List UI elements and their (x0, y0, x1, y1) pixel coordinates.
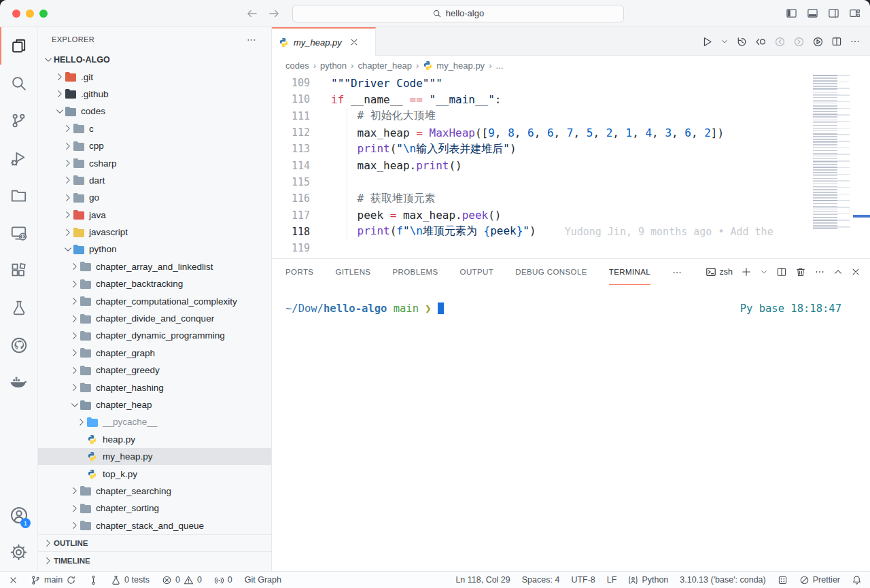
tree-item-chapter-graph[interactable]: chapter_graph (38, 345, 271, 362)
shell-selector[interactable]: zsh (706, 266, 733, 277)
tree-item-my-heap-py[interactable]: my_heap.py (38, 448, 271, 465)
tree-item-chapter-stack-and-queue[interactable]: chapter_stack_and_queue (38, 517, 271, 534)
tree-item-chapter-divide-and-conquer[interactable]: chapter_divide_and_conquer (38, 310, 271, 327)
toggle-panel-icon[interactable] (807, 7, 818, 19)
breadcrumb-item-codes[interactable]: codes (285, 60, 309, 71)
tree-item-chapter-hashing[interactable]: chapter_hashing (38, 379, 271, 396)
tree-item-chapter-dynamic-programming[interactable]: chapter_dynamic_programming (38, 327, 271, 344)
sidebar-section-timeline[interactable]: TIMELINE (38, 551, 271, 568)
code-editor[interactable]: 109"""Driver Code"""110if __name__ == "_… (272, 75, 870, 258)
tree-item-chapter-greedy[interactable]: chapter_greedy (38, 362, 271, 379)
panel-tab-terminal[interactable]: TERMINAL (609, 259, 650, 285)
status-bar-item-encoding[interactable]: UTF-8 (571, 575, 595, 585)
status-bar-item-indentation[interactable]: Spaces: 4 (522, 575, 560, 585)
tree-item-chapter-heap[interactable]: chapter_heap (38, 396, 271, 413)
code-line-115[interactable]: 115 (272, 174, 812, 190)
run-dropdown-icon[interactable] (720, 37, 729, 46)
tree-item-c[interactable]: c (38, 120, 271, 137)
activity-bar-item-folder-view[interactable] (0, 177, 37, 214)
tree-item-dart[interactable]: dart (38, 172, 271, 189)
status-bar-item-tests[interactable]: 0 tests (111, 575, 150, 585)
tree-item-chapter-backtracking[interactable]: chapter_backtracking (38, 275, 271, 292)
terminal-dropdown-icon[interactable] (760, 268, 768, 276)
code-line-111[interactable]: 111 # 初始化大顶堆 (272, 108, 812, 124)
tree-item-javascript[interactable]: javascript (38, 224, 271, 241)
status-bar-item-gitlens[interactable] (88, 575, 99, 585)
activity-bar-item-testing[interactable] (0, 289, 37, 326)
breadcrumb-item-chapter-heap[interactable]: chapter_heap (358, 60, 412, 71)
open-changes-icon[interactable] (755, 36, 767, 48)
activity-bar-item-run-debug[interactable] (0, 139, 37, 177)
panel-more-actions-icon[interactable] (814, 266, 825, 277)
tree-item-codes[interactable]: codes (38, 103, 271, 120)
tree-item-heap-py[interactable]: heap.py (38, 431, 271, 448)
tree-item-go[interactable]: go (38, 189, 271, 206)
code-line-114[interactable]: 114 max_heap.print() (272, 157, 812, 173)
tree-item--git[interactable]: .git (38, 68, 271, 85)
status-bar-item-git-graph[interactable]: Git Graph (245, 575, 281, 585)
code-line-110[interactable]: 110if __name__ == "__main__": (272, 91, 812, 107)
activity-bar-item-accounts[interactable]: 1 (0, 496, 37, 534)
minimize-window-button[interactable] (26, 10, 34, 18)
minimap[interactable] (813, 75, 854, 230)
toggle-secondary-sidebar-icon[interactable] (828, 7, 839, 19)
breadcrumb-item-python[interactable]: python (320, 60, 347, 71)
tab-my-heap[interactable]: my_heap.py (272, 27, 376, 56)
tree-item-java[interactable]: java (38, 207, 271, 224)
tree-item--github[interactable]: .github (38, 86, 271, 103)
tree-item--pycache-[interactable]: __pycache__ (38, 413, 271, 430)
command-center-search[interactable]: hello-algo (292, 5, 624, 22)
tree-item-python[interactable]: python (38, 241, 271, 258)
code-line-119[interactable]: 119 (272, 240, 812, 256)
activity-bar-item-extensions[interactable] (0, 252, 37, 289)
code-line-112[interactable]: 112 max_heap = MaxHeap([9, 8, 6, 6, 7, 5… (272, 124, 812, 141)
maximize-panel-icon[interactable] (833, 267, 843, 277)
tree-root-hello-algo[interactable]: HELLO-ALGO (38, 51, 271, 68)
status-bar-item-cursor-position[interactable]: Ln 118, Col 29 (455, 575, 510, 585)
status-bar-item-remote[interactable] (8, 575, 18, 585)
customize-layout-icon[interactable] (849, 7, 860, 19)
status-bar-item-prettier[interactable]: Prettier (799, 575, 840, 585)
close-window-button[interactable] (12, 10, 20, 18)
timeline-history-icon[interactable] (736, 36, 748, 48)
tree-item-chapter-array-and-linkedlist[interactable]: chapter_array_and_linkedlist (38, 258, 271, 275)
panel-tab-debug-console[interactable]: DEBUG CONSOLE (515, 259, 587, 285)
tree-item-chapter-searching[interactable]: chapter_searching (38, 483, 271, 500)
toggle-sidebar-icon[interactable] (786, 7, 797, 19)
panel-tab-problems[interactable]: PROBLEMS (392, 259, 438, 285)
new-terminal-icon[interactable] (741, 266, 752, 277)
panel-tab-gitlens[interactable]: GITLENS (335, 259, 370, 285)
navigate-forward-button[interactable] (268, 7, 280, 20)
code-line-118[interactable]: 118 print(f"\n堆顶元素为 {peek}")Yudong Jin, … (272, 224, 812, 240)
status-bar-item-broadcast[interactable]: 0 (214, 575, 232, 585)
run-below-icon[interactable] (812, 36, 824, 48)
status-bar-item-problems[interactable]: 00 (162, 575, 202, 585)
activity-bar-item-docker[interactable] (0, 364, 37, 401)
navigate-back-button[interactable] (246, 7, 258, 20)
panel-more-tabs-icon[interactable]: ⋯ (672, 266, 683, 277)
code-line-116[interactable]: 116 # 获取堆顶元素 (272, 190, 812, 207)
sidebar-section-outline[interactable]: OUTLINE (38, 534, 271, 551)
close-panel-icon[interactable] (851, 267, 860, 277)
activity-bar-item-explorer[interactable] (0, 27, 37, 65)
activity-bar-item-settings[interactable] (0, 534, 37, 571)
status-bar-item-branch[interactable]: main (31, 575, 76, 585)
more-actions-icon[interactable] (850, 36, 860, 47)
terminal[interactable]: ~/Dow/hello-algo main ❯ Py base 18:18:47 (272, 285, 870, 571)
breadcrumb-item-my-heap-py[interactable]: my_heap.py (423, 60, 485, 71)
run-file-button[interactable] (701, 36, 713, 48)
maximize-window-button[interactable] (39, 10, 48, 18)
code-line-117[interactable]: 117 peek = max_heap.peek() (272, 207, 812, 223)
status-bar-item-extension-status[interactable] (778, 575, 788, 585)
tree-item-csharp[interactable]: csharp (38, 154, 271, 171)
tree-item-chapter-sorting[interactable]: chapter_sorting (38, 500, 271, 517)
close-tab-icon[interactable] (349, 37, 359, 47)
activity-bar-item-remote-explorer[interactable] (0, 214, 37, 252)
code-line-109[interactable]: 109"""Driver Code""" (272, 75, 812, 91)
activity-bar-item-source-control[interactable] (0, 102, 37, 139)
activity-bar-item-github[interactable] (0, 326, 37, 364)
status-bar-item-notifications[interactable] (852, 575, 862, 585)
activity-bar-item-search[interactable] (0, 65, 37, 102)
status-bar-item-python-interpreter[interactable]: 3.10.13 ('base': conda) (680, 575, 765, 585)
status-bar-item-eol[interactable]: LF (607, 575, 617, 585)
